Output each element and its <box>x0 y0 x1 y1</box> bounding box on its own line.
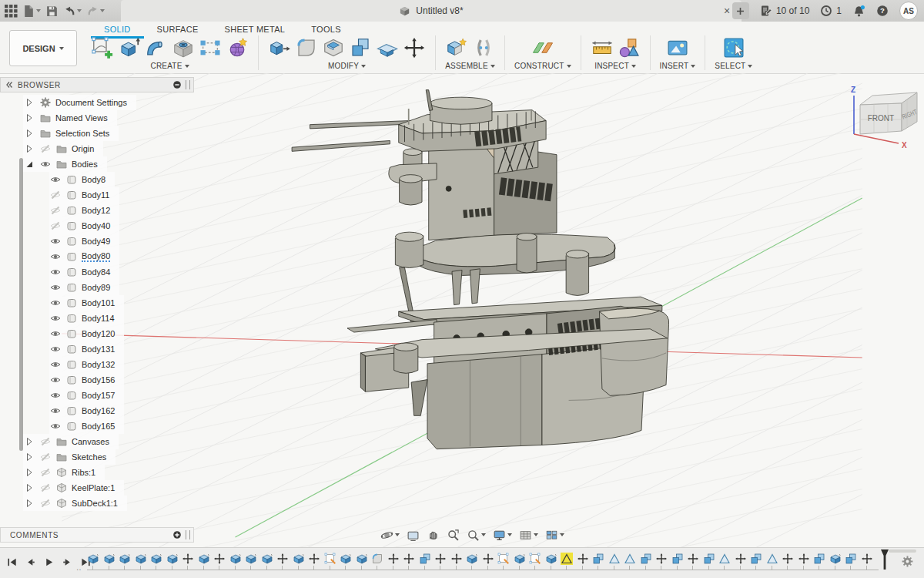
add-comment-icon[interactable] <box>172 529 182 540</box>
visibility-eye-icon[interactable] <box>39 158 52 170</box>
timeline-feature-extrude-48[interactable] <box>829 553 842 565</box>
timeline-feature-extrude-28[interactable] <box>514 553 526 565</box>
undo-caret-icon[interactable] <box>77 9 82 12</box>
timeline-feature-combine-40[interactable] <box>703 553 715 565</box>
timeline-feature-extrude-6[interactable] <box>166 553 179 565</box>
timeline-feature-move-24[interactable] <box>450 553 463 565</box>
chevron-down-icon[interactable] <box>481 533 486 536</box>
timeline-feature-extrude-25[interactable] <box>466 553 478 565</box>
visibility-eye-off-icon[interactable] <box>49 220 62 232</box>
job-status[interactable]: 1 <box>820 5 842 17</box>
timeline-feature-extrude-2[interactable] <box>103 553 116 565</box>
browser-item-body49[interactable]: Body49 <box>49 234 119 249</box>
display-settings-button[interactable] <box>493 529 512 542</box>
timeline-feature-extrude-30[interactable] <box>545 553 557 565</box>
timeline-feature-extrude-12[interactable] <box>261 553 273 565</box>
expand-arrow-icon[interactable] <box>23 127 35 139</box>
hole-icon[interactable] <box>172 36 195 59</box>
new-component-icon[interactable] <box>445 36 468 59</box>
visibility-eye-off-icon[interactable] <box>39 482 52 494</box>
app-grid-icon[interactable] <box>5 5 18 18</box>
step-forward-button[interactable] <box>62 556 73 568</box>
new-tab-button[interactable] <box>732 2 749 19</box>
timeline-feature-draft-35[interactable] <box>624 553 636 565</box>
chevron-down-icon[interactable] <box>534 533 538 536</box>
look-at-button[interactable] <box>407 529 420 542</box>
timeline-feature-draft-41[interactable] <box>718 553 731 565</box>
browser-item-bodies[interactable]: Bodies <box>23 156 107 172</box>
browser-item-body120[interactable]: Body120 <box>49 326 124 341</box>
timeline-feature-move-37[interactable] <box>655 553 668 565</box>
timeline-feature-fillet-19[interactable] <box>371 553 383 565</box>
timeline-feature-extrude-14[interactable] <box>293 553 305 565</box>
browser-item-sketches[interactable]: Sketches <box>23 449 116 465</box>
grid-layout-button[interactable] <box>519 529 538 542</box>
timeline-feature-extrude-10[interactable] <box>229 553 242 565</box>
timeline-feature-combine-22[interactable] <box>419 553 431 565</box>
visibility-eye-off-icon[interactable] <box>39 435 52 448</box>
timeline-feature-move-20[interactable] <box>387 553 400 565</box>
visibility-eye-icon[interactable] <box>49 374 62 386</box>
move-icon[interactable] <box>403 36 426 59</box>
browser-item-body132[interactable]: Body132 <box>49 357 124 372</box>
joint-icon[interactable] <box>472 36 495 59</box>
browser-item-body162[interactable]: Body162 <box>49 403 124 418</box>
timeline-feature-move-32[interactable] <box>577 553 589 565</box>
step-back-button[interactable] <box>25 556 36 568</box>
expand-arrow-icon[interactable] <box>23 112 35 124</box>
ribbon-group-label-assemble[interactable]: ASSEMBLE <box>445 62 495 70</box>
timeline-feature-extrude-4[interactable] <box>135 553 147 565</box>
browser-item-named-views[interactable]: Named Views <box>23 110 117 126</box>
browser-item-body156[interactable]: Body156 <box>49 372 124 388</box>
account-avatar[interactable]: AS <box>899 2 918 20</box>
extrude-icon[interactable] <box>118 36 141 59</box>
timeline-feature-extrude-3[interactable] <box>119 553 131 565</box>
browser-item-ribs-1[interactable]: Ribs:1 <box>23 465 105 480</box>
expand-arrow-icon[interactable] <box>23 497 35 509</box>
timeline-settings-gear-icon[interactable] <box>901 555 914 568</box>
create-form-icon[interactable] <box>226 36 249 59</box>
timeline-feature-sketch-16[interactable] <box>324 553 336 565</box>
shell-icon[interactable] <box>322 36 345 59</box>
visibility-eye-icon[interactable] <box>49 389 62 402</box>
section-analysis-icon[interactable] <box>618 36 641 59</box>
ribbon-group-label-modify[interactable]: MODIFY <box>328 62 366 70</box>
select-icon[interactable] <box>722 36 745 59</box>
browser-item-keelplate-1[interactable]: KeelPlate:1 <box>23 480 124 496</box>
rectangular-pattern-icon[interactable] <box>199 36 222 59</box>
timeline-feature-move-45[interactable] <box>782 553 794 565</box>
visibility-eye-off-icon[interactable] <box>49 204 62 217</box>
browser-item-selection-sets[interactable]: Selection Sets <box>23 126 119 141</box>
browser-item-body12[interactable]: Body12 <box>49 203 119 218</box>
visibility-eye-off-icon[interactable] <box>39 451 52 463</box>
timeline-feature-combine-33[interactable] <box>592 553 604 565</box>
timeline-feature-draft-34[interactable] <box>608 553 621 565</box>
timeline-feature-extrude-5[interactable] <box>150 553 162 565</box>
file-menu-icon[interactable] <box>22 5 35 18</box>
browser-item-body165[interactable]: Body165 <box>49 418 124 434</box>
orbit-button[interactable] <box>380 529 400 542</box>
browser-item-origin[interactable]: Origin <box>23 141 103 156</box>
combine-icon[interactable] <box>349 36 372 59</box>
browser-item-body8[interactable]: Body8 <box>49 172 115 187</box>
visibility-eye-icon[interactable] <box>49 343 62 355</box>
timeline-collapsed-indicator[interactable]: ‥ <box>76 563 82 572</box>
undo-icon[interactable] <box>63 5 76 18</box>
notifications-bell-icon[interactable] <box>852 5 865 18</box>
visibility-eye-off-icon[interactable] <box>39 466 52 479</box>
timeline-feature-move-15[interactable] <box>308 553 320 565</box>
browser-item-body11[interactable]: Body11 <box>49 187 119 203</box>
document-tab[interactable]: Untitled v8* × <box>121 0 742 22</box>
timeline-feature-move-39[interactable] <box>687 553 699 565</box>
visibility-eye-icon[interactable] <box>49 281 62 294</box>
browser-item-body114[interactable]: Body114 <box>49 311 124 326</box>
timeline-feature-extrude-11[interactable] <box>245 553 257 565</box>
timeline-feature-extrude-17[interactable] <box>340 553 352 565</box>
timeline-feature-combine-36[interactable] <box>640 553 652 565</box>
visibility-eye-icon[interactable] <box>49 266 62 278</box>
timeline-feature-extrude-1[interactable] <box>87 553 99 565</box>
comments-drag-grip[interactable] <box>186 530 190 539</box>
visibility-eye-icon[interactable] <box>49 250 62 263</box>
battleship-pagoda-model[interactable] <box>292 90 669 449</box>
visibility-eye-off-icon[interactable] <box>49 189 62 201</box>
